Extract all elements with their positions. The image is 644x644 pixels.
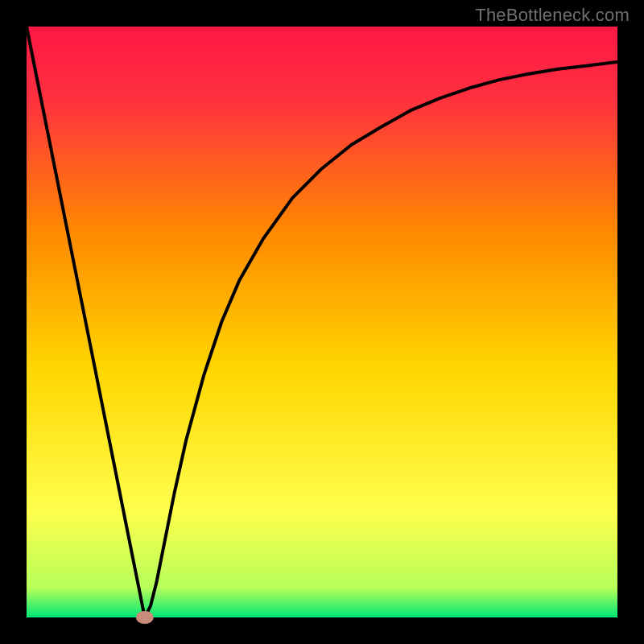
minimum-marker: [136, 611, 154, 624]
bottleneck-chart: [0, 0, 644, 644]
chart-frame: TheBottleneck.com: [0, 0, 644, 644]
plot-area: [27, 27, 617, 617]
watermark-text: TheBottleneck.com: [475, 5, 630, 26]
